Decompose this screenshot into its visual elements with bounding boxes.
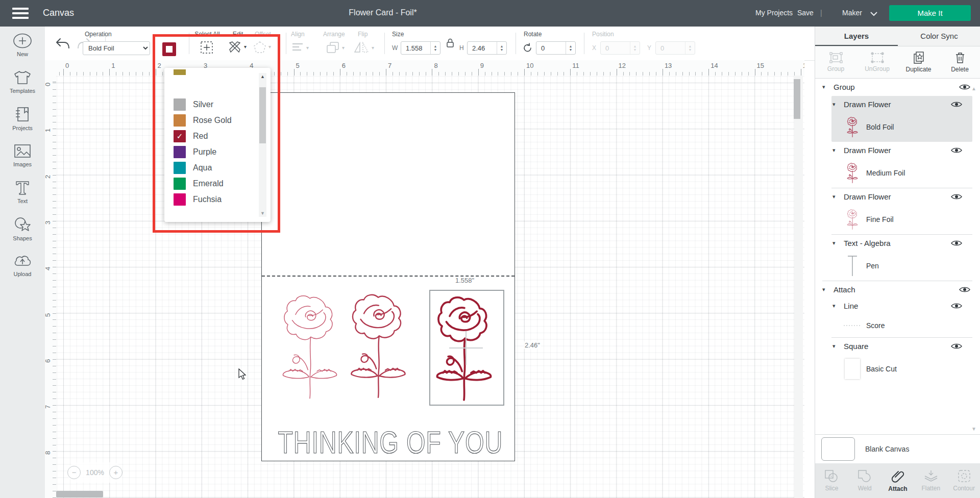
layer-fine-foil[interactable]: Fine Foil: [831, 205, 972, 234]
height-stepper[interactable]: ▲▼: [497, 42, 506, 54]
eye-icon[interactable]: [951, 303, 962, 309]
height-input[interactable]: 2.46▲▼: [467, 41, 507, 55]
project-title: Flower Card - Foil*: [0, 8, 766, 17]
cricut-design-space: Canvas Flower Card - Foil* My Projects S…: [0, 0, 980, 498]
attach-icon: [891, 469, 905, 483]
layer-text-algebra[interactable]: ▾ Text - Algebra: [831, 235, 972, 251]
rotate-input[interactable]: 0▲▼: [536, 41, 576, 55]
color-option-aqua[interactable]: Aqua: [164, 160, 271, 176]
tab-color-sync[interactable]: Color Sync: [898, 27, 980, 46]
layer-drawn-flower-2[interactable]: ▾ Drawn Flower: [831, 142, 972, 158]
layer-drawn-flower-1[interactable]: ▾ Drawn Flower: [831, 96, 972, 112]
delete-button[interactable]: Delete: [939, 46, 980, 78]
edit-icon[interactable]: [228, 41, 242, 54]
flower-medium-foil[interactable]: [350, 288, 407, 403]
color-option-rose-gold[interactable]: Rose Gold: [164, 112, 271, 128]
scroll-up-icon[interactable]: ▲: [259, 74, 266, 79]
color-option-red[interactable]: ✓Red: [164, 128, 271, 144]
width-stepper[interactable]: ▲▼: [430, 42, 440, 54]
h-label: H: [459, 44, 464, 52]
align-icon: [292, 43, 303, 52]
operation-select[interactable]: Bold Foil: [83, 41, 150, 55]
weld-button: Weld: [848, 463, 881, 498]
color-picker-dropdown: Silver Rose Gold ✓Red Purple Aqua Emeral…: [164, 68, 271, 222]
zoom-out-button[interactable]: −: [67, 466, 81, 479]
color-option-purple[interactable]: Purple: [164, 144, 271, 160]
sidebar-item-images[interactable]: Images: [0, 137, 45, 173]
chevron-down-icon[interactable]: [870, 12, 877, 16]
tree-scroll-up-icon[interactable]: ▲: [971, 86, 976, 91]
duplicate-button[interactable]: Duplicate: [898, 46, 939, 78]
my-projects-link[interactable]: My Projects: [755, 9, 793, 17]
layer-square[interactable]: ▾ Square: [831, 338, 972, 354]
layer-actions: Group UnGroup Duplicate Delete: [815, 46, 980, 79]
scroll-down-icon[interactable]: ▼: [259, 211, 266, 216]
layer-block-text: ▾ Text - Algebra Pen: [831, 235, 972, 281]
sidebar-item-new[interactable]: New: [0, 27, 45, 63]
eye-icon[interactable]: [951, 193, 962, 200]
sidebar-item-text[interactable]: Text: [0, 173, 45, 210]
align-label: Align: [291, 31, 305, 38]
layer-score[interactable]: Score: [831, 314, 972, 337]
layer-basic-cut[interactable]: Basic Cut: [831, 354, 972, 384]
machine-select[interactable]: Maker: [842, 9, 862, 17]
eye-icon[interactable]: [959, 286, 970, 293]
dropdown-scroll-thumb[interactable]: [259, 87, 266, 143]
square-thumbnail: [845, 359, 860, 379]
zoom-in-button[interactable]: +: [109, 466, 122, 479]
blank-canvas-label: Blank Canvas: [865, 445, 909, 453]
tree-scroll-down-icon[interactable]: ▼: [971, 426, 976, 432]
make-it-button[interactable]: Make It: [889, 5, 971, 21]
ruler-number: 4: [45, 267, 52, 270]
delete-icon: [954, 52, 966, 64]
save-link[interactable]: Save: [797, 9, 814, 17]
flower-fine-foil[interactable]: [281, 289, 338, 404]
dropdown-scrollbar[interactable]: ▲ ▼: [259, 73, 266, 217]
color-option-silver[interactable]: Silver: [164, 96, 271, 112]
eye-icon[interactable]: [951, 147, 962, 154]
eye-icon[interactable]: [951, 343, 962, 350]
ruler-number: 5: [296, 62, 300, 69]
score-line[interactable]: [262, 276, 514, 277]
zoom-level: 100%: [86, 468, 104, 477]
select-all-icon[interactable]: [200, 41, 213, 54]
panel-tabs: Layers Color Sync: [815, 27, 980, 46]
thinking-of-you-text[interactable]: THINKING OF YOU: [277, 424, 506, 462]
tab-layers[interactable]: Layers: [815, 27, 898, 46]
rotate-stepper[interactable]: ▲▼: [566, 42, 575, 54]
layer-medium-foil[interactable]: Medium Foil: [831, 158, 972, 188]
sidebar-item-shapes[interactable]: Shapes: [0, 210, 45, 247]
layer-bold-foil[interactable]: Bold Foil: [831, 112, 972, 142]
eye-icon[interactable]: [951, 101, 962, 108]
width-input[interactable]: 1.558▲▼: [401, 41, 440, 55]
score-line-thumbnail: [844, 325, 861, 327]
group-icon: [829, 52, 843, 63]
color-option-fuchsia[interactable]: Fuchsia: [164, 191, 271, 207]
layer-pen[interactable]: Pen: [831, 251, 972, 281]
layer-line[interactable]: ▾ Line: [831, 297, 972, 314]
attach-button[interactable]: Attach: [881, 463, 915, 498]
color-option-emerald[interactable]: Emerald: [164, 176, 271, 191]
rotate-icon[interactable]: [523, 43, 533, 53]
w-label: W: [392, 44, 398, 52]
color-swatch-partial[interactable]: [174, 69, 186, 75]
eye-icon[interactable]: [959, 84, 970, 90]
lock-icon[interactable]: [445, 38, 455, 48]
undo-icon[interactable]: [55, 38, 70, 50]
x-input: 0▲▼: [600, 41, 640, 55]
color-swatch-button[interactable]: [162, 42, 176, 56]
sidebar-item-templates[interactable]: Templates: [0, 63, 45, 100]
canvas-color-swatch[interactable]: [821, 437, 855, 461]
layer-attach-header[interactable]: ▾ Attach: [815, 281, 980, 297]
eye-icon[interactable]: [951, 240, 962, 246]
horizontal-scrollbar[interactable]: [56, 491, 103, 497]
vertical-scrollbar-track[interactable]: [794, 76, 803, 498]
layer-group-header[interactable]: ▾ Group: [815, 79, 980, 95]
vertical-scrollbar-thumb[interactable]: [794, 79, 800, 119]
edit-caret-icon[interactable]: ▾: [244, 44, 247, 49]
card-shape[interactable]: THINKING OF YOU: [261, 92, 515, 461]
layer-drawn-flower-3[interactable]: ▾ Drawn Flower: [831, 188, 972, 205]
sidebar-item-projects[interactable]: Projects: [0, 100, 45, 137]
sidebar-item-upload[interactable]: Upload: [0, 247, 45, 284]
collapse-caret-icon[interactable]: ▾: [822, 84, 829, 90]
